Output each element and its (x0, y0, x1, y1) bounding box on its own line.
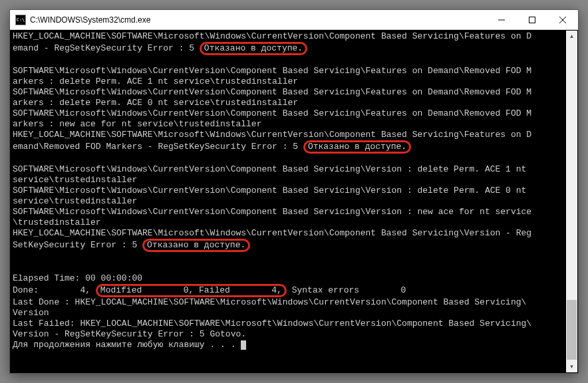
console-line: SOFTWARE\Microsoft\Windows\CurrentVersio… (13, 87, 531, 97)
console-output[interactable]: HKEY_LOCAL_MACHINE\SOFTWARE\Microsoft\Wi… (10, 30, 578, 373)
console-line: emand\Removed FOD Markers - RegSetKeySec… (13, 142, 298, 152)
console-line: SOFTWARE\Microsoft\Windows\CurrentVersio… (13, 108, 531, 118)
console-line: SOFTWARE\Microsoft\Windows\CurrentVersio… (13, 186, 531, 195)
error-highlight: Отказано в доступе. (200, 42, 307, 55)
window-controls (486, 10, 578, 29)
console-line: emand - RegSetKeySecurity Error : 5 (13, 43, 194, 53)
elapsed-time: Elapsed Time: 00 00:00:00 (13, 273, 142, 283)
cursor (241, 340, 246, 350)
cmd-icon (15, 15, 26, 25)
scroll-down-button[interactable]: ▼ (566, 361, 577, 372)
window-title: C:\WINDOWS\System32\cmd.exe (30, 15, 486, 25)
last-failed: Last Failed: HKEY_LOCAL_MACHINE\SOFTWARE… (13, 319, 531, 328)
maximize-button[interactable] (517, 10, 547, 29)
close-button[interactable] (547, 10, 578, 29)
console-line: service\trustedinstaller (13, 196, 137, 206)
done-label: Done: 4, (13, 285, 90, 295)
console-line: SOFTWARE\Microsoft\Windows\CurrentVersio… (13, 66, 531, 76)
console-line: SOFTWARE\Microsoft\Windows\CurrentVersio… (13, 164, 531, 174)
console-line: service\trustedinstaller (13, 175, 137, 185)
console-line: SOFTWARE\Microsoft\Windows\CurrentVersio… (13, 207, 531, 217)
last-done: Last Done : HKEY_LOCAL_MACHINE\SOFTWARE\… (13, 297, 526, 307)
last-failed: Version - RegSetKeySecurity Error : 5 Go… (13, 329, 246, 339)
console-line: arkers : delete Perm. ACE 0 nt service\t… (13, 98, 298, 108)
scroll-thumb[interactable] (567, 300, 577, 360)
console-line: arkers : delete Perm. ACE 1 nt service\t… (13, 76, 298, 86)
last-done: Version (13, 308, 49, 318)
error-highlight: Отказано в доступе. (142, 239, 250, 252)
console-line: SetKeySecurity Error : 5 (13, 240, 137, 250)
error-highlight: Отказано в доступе. (303, 140, 411, 154)
press-any-key: Для продолжения нажмите любую клавишу . … (13, 340, 241, 350)
stats-highlight: Modified 0, Failed 4, (96, 284, 287, 297)
titlebar[interactable]: C:\WINDOWS\System32\cmd.exe (10, 10, 578, 30)
console-line: \trustedinstaller (13, 217, 101, 227)
console-line: HKEY_LOCAL_MACHINE\SOFTWARE\Microsoft\Wi… (13, 31, 531, 41)
scrollbar[interactable]: ▲ ▼ (566, 31, 577, 372)
console-line: HKEY_LOCAL_MACHINE\SOFTWARE\Microsoft\Wi… (13, 130, 531, 140)
console-line: arkers : new ace for nt service\trustedi… (13, 119, 261, 129)
svg-rect-1 (529, 17, 535, 23)
minimize-button[interactable] (486, 10, 517, 29)
scroll-track[interactable] (566, 42, 577, 361)
syntax-errors: Syntax errors 0 (287, 285, 406, 295)
console-line: HKEY_LOCAL_MACHINE\SOFTWARE\Microsoft\Wi… (13, 228, 531, 238)
scroll-up-button[interactable]: ▲ (566, 31, 577, 42)
cmd-window: C:\WINDOWS\System32\cmd.exe HKEY_LOCAL_M… (9, 9, 579, 374)
